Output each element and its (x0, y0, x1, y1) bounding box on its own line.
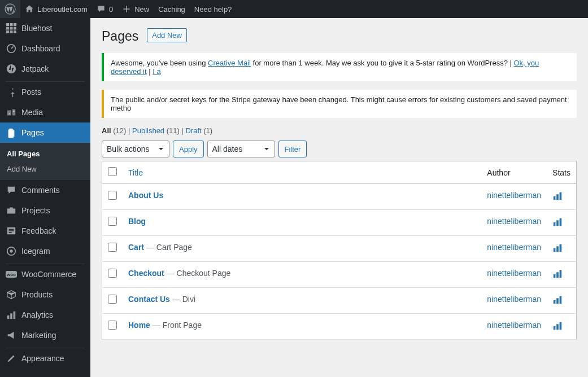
site-link[interactable]: Liberoutlet.com (20, 0, 92, 18)
caching-label: Caching (158, 5, 185, 14)
site-name: Liberoutlet.com (37, 5, 88, 14)
new-link[interactable]: New (117, 0, 154, 18)
comments-count: 0 (109, 5, 113, 14)
plus-icon (122, 5, 131, 14)
comment-icon (97, 5, 106, 14)
help-link[interactable]: Need help? (190, 0, 237, 18)
caching-link[interactable]: Caching (154, 0, 190, 18)
wp-logo[interactable] (0, 0, 20, 18)
new-label: New (134, 5, 149, 14)
home-icon (25, 5, 34, 14)
help-label: Need help? (194, 5, 232, 14)
comments-link[interactable]: 0 (92, 0, 117, 18)
wordpress-icon (5, 3, 16, 15)
